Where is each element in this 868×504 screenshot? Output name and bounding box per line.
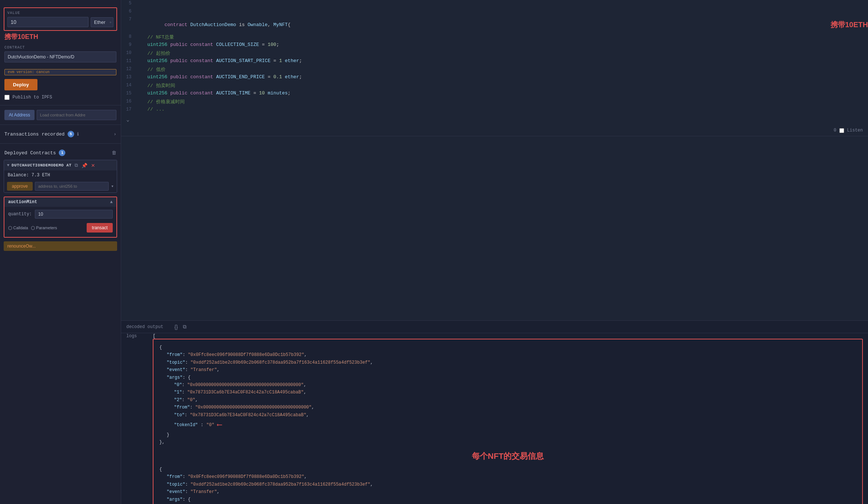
logs-open-bracket: [ [153,333,156,339]
entry2-topic: 0xddf252ad1be2c89b69c2b068fc378daa952ba7… [193,482,368,487]
transactions-row: Transactions recorded 5 ℹ › [0,127,121,141]
quantity-input[interactable] [35,210,113,219]
publish-label: Publish to IPFS [12,95,52,100]
listen-row: 0 Listen [121,125,868,136]
listen-label: Listen [847,128,863,133]
contract-section: CONTRACT DutchAuctionDemo - NFTDemo/D [0,43,121,65]
output-area: decoded output {} ⧉ 拍10个 logs [ [121,320,868,504]
code-line-16: 16 // 价格衰减时间 [121,98,868,106]
approve-button[interactable]: approve [7,182,33,191]
function-input[interactable] [35,182,109,191]
log-entry-2: { "from": "0x0Ffc8eec096f90088Df7f0888e6… [159,466,856,504]
decoded-output-json-icon[interactable]: {} [173,324,179,330]
code-line-9: 9 uint256 public constant COLLECTION_SIZ… [121,42,868,50]
entry1-args1: 0x78731D3Ca6b7E34aC0F824c42a7cC18A495cab… [190,390,301,395]
publish-row: Publish to IPFS [0,92,121,103]
entry1-event: Transfer [193,367,214,372]
right-panel: 5 6 7 contract DutchAuctionDemo is Ownab… [121,0,868,504]
value-input[interactable]: 10 [7,17,88,27]
close-contract-button[interactable]: ✕ [90,163,96,168]
entry1-from-inner: 0x00000000000000000000000000000000000000… [198,405,309,410]
publish-checkbox[interactable] [4,95,10,100]
decoded-output-row: decoded output {} ⧉ [121,321,868,333]
calldata-icon: ⬡ [8,225,12,231]
logs-json-box: { "from": "0x0Ffc8eec096f90088Df7f0888e6… [153,339,863,504]
transact-button[interactable]: transact [87,223,113,233]
function-dropdown-icon[interactable]: ▾ [111,183,114,189]
parameters-icon: ⬡ [31,225,35,231]
collapse-auction-mint-icon[interactable]: ▲ [110,199,113,205]
nft-transaction-annotation: 每个NFT的交易信息 [159,449,856,463]
entry2-from: 0x0Ffc8eec096f90088Df7f0888e6Da0Dc1b57b3… [191,474,301,479]
logs-section: 拍10个 logs [ { "from": "0x0Ffc8eec096f900… [121,333,868,504]
balance-text: Balance: 7.3 ETH [8,173,50,178]
code-line-17: 17 // ... [121,106,868,114]
contract-instance-name: DUTCHAUCTIONDEMODEMO AT [12,163,72,168]
code-line-12: 12 // 低价 [121,66,868,74]
quantity-row: quantity: [8,210,113,219]
at-address-row: At Address [0,108,121,122]
approve-row: approve ▾ [4,180,117,192]
load-contract-input[interactable] [37,110,116,120]
parameters-button[interactable]: ⬡ Parameters [31,225,57,231]
code-line-7-wrapper: 7 contract DutchAuctionDemo is Ownable, … [121,16,868,33]
annotation-carry-eth: 携带10ETH [831,20,868,30]
listen-count: 0 [834,128,836,133]
entry1-args0: 0x00000000000000000000000000000000000000… [190,382,301,388]
contract-label: CONTRACT [4,46,116,50]
code-line-5: 5 [121,0,868,8]
entry1-to-inner: 0x78731D3Ca6b7E34aC0F824c42a7cC18A495cab… [192,413,303,418]
code-line-13: 13 uint256 public constant AUCTION_END_P… [121,74,868,82]
info-icon[interactable]: ℹ [77,132,79,137]
contract-select[interactable]: DutchAuctionDemo - NFTDemo/D [4,51,116,62]
renounce-button[interactable]: renounceOw... [4,241,117,251]
evm-badge: evm version: cancun [4,69,116,75]
ether-select[interactable]: Ether Gwei Wei [91,17,113,27]
at-address-button[interactable]: At Address [4,110,35,120]
transactions-label: Transactions recorded [4,132,65,137]
value-section: VALUE 10 Ether Gwei Wei [4,7,117,31]
auction-mint-section: auctionMint ▲ quantity: ⬡ Calldata ⬡ Par… [4,197,117,238]
code-line-8: 8 // NFT总量 [121,33,868,42]
auction-mint-label: auctionMint [8,199,37,205]
contract-expand-icon[interactable]: ▼ [7,163,10,168]
trash-icon[interactable]: 🗑 [112,150,116,156]
calldata-button[interactable]: ⬡ Calldata [8,225,28,231]
auction-mint-body: quantity: ⬡ Calldata ⬡ Parameters transa… [4,207,116,237]
code-line-7: 7 contract DutchAuctionDemo is Ownable, … [121,16,827,33]
entry1-args2: 0 [190,397,192,403]
log-entry-1: { "from": "0x0Ffc8eec096f90088Df7f0888e6… [159,344,856,446]
deployed-count-badge: 1 [59,150,65,156]
code-area: 5 6 7 contract DutchAuctionDemo is Ownab… [121,0,868,320]
decoded-output-label: decoded output [126,324,170,330]
contract-instance-header: ▼ DUTCHAUCTIONDEMODEMO AT ⧉ 📌 ✕ [4,160,117,170]
expand-transactions-icon[interactable]: › [113,132,116,137]
code-line-15: 15 uint256 public constant AUCTION_TIME … [121,90,868,98]
entry1-topic: 0xddf252ad1be2c89b69c2b068fc378daa952ba7… [193,360,368,365]
pin-button[interactable]: 📌 [81,163,88,168]
entry1-tokenId: 0 [209,422,211,428]
left-panel: VALUE 10 Ether Gwei Wei 携带10ETH CONTRACT… [0,0,121,504]
deployed-contracts-label: Deployed Contracts [4,150,56,156]
copy-address-button[interactable]: ⧉ [74,162,79,168]
action-row: ⬡ Calldata ⬡ Parameters transact [8,222,113,234]
contract-instance: ▼ DUTCHAUCTIONDEMODEMO AT ⧉ 📌 ✕ Balance:… [4,160,117,193]
decoded-output-copy-icon[interactable]: ⧉ [182,324,188,330]
divider-2 [0,125,121,125]
logs-content: [ { "from": "0x0Ffc8eec096f90088Df7f0888… [153,333,863,504]
value-label: VALUE [7,11,113,15]
code-line-6: 6 [121,8,868,16]
deployed-contracts-row: Deployed Contracts 1 🗑 [0,146,121,158]
logs-label: logs [126,334,137,339]
entry1-from: 0x0Ffc8eec096f90088Df7f0888e6Da0Dc1b57b3… [191,352,301,357]
code-line-10: 10 // 起拍价 [121,50,868,58]
auction-mint-header: auctionMint ▲ [4,197,116,207]
expand-chevron[interactable]: ⌄ [121,114,868,125]
balance-row: Balance: 7.3 ETH [4,170,117,180]
carry-annotation: 携带10ETH [0,32,121,41]
arrow-entry1: ⟵ [217,419,222,431]
divider-1 [0,105,121,105]
listen-checkbox[interactable] [839,128,844,133]
code-line-11: 11 uint256 public constant AUCTION_START… [121,58,868,66]
deploy-button[interactable]: Deploy [4,79,37,90]
